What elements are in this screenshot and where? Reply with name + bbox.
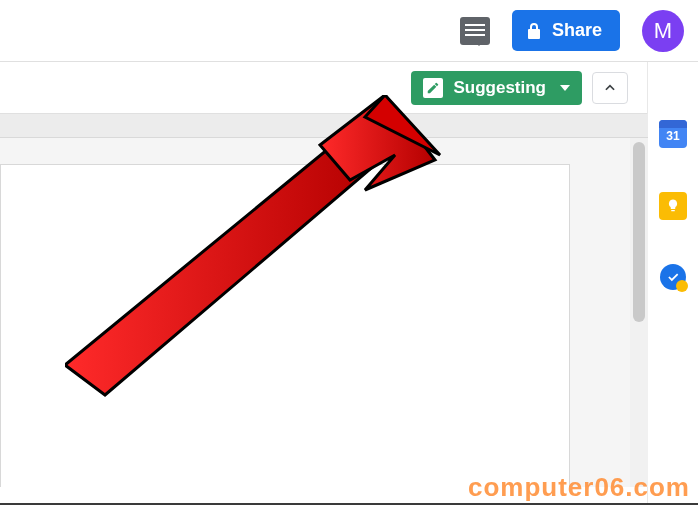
vertical-scrollbar[interactable] — [630, 138, 648, 487]
editing-mode-dropdown[interactable]: Suggesting — [411, 71, 582, 105]
document-page[interactable] — [0, 164, 570, 487]
share-button[interactable]: Share — [512, 10, 620, 51]
calendar-day: 31 — [666, 129, 679, 143]
chevron-down-icon — [560, 85, 570, 91]
collapse-toolbar-button[interactable] — [592, 72, 628, 104]
keep-icon[interactable] — [659, 192, 687, 220]
toolbar: Suggesting — [0, 62, 648, 114]
watermark-text: computer06.com — [468, 472, 690, 503]
side-panel: 31 — [648, 62, 698, 487]
chevron-up-icon — [603, 81, 617, 95]
tasks-icon[interactable] — [660, 264, 686, 290]
document-area — [0, 138, 648, 487]
header-bar: Share M — [0, 0, 698, 62]
mode-label: Suggesting — [453, 78, 546, 98]
share-label: Share — [552, 20, 602, 41]
avatar[interactable]: M — [642, 10, 684, 52]
lock-icon — [526, 22, 542, 40]
ruler — [0, 114, 648, 138]
suggesting-icon — [423, 78, 443, 98]
avatar-initial: M — [654, 18, 672, 44]
calendar-icon[interactable]: 31 — [659, 120, 687, 148]
comments-icon[interactable] — [460, 17, 490, 45]
scrollbar-thumb[interactable] — [633, 142, 645, 322]
